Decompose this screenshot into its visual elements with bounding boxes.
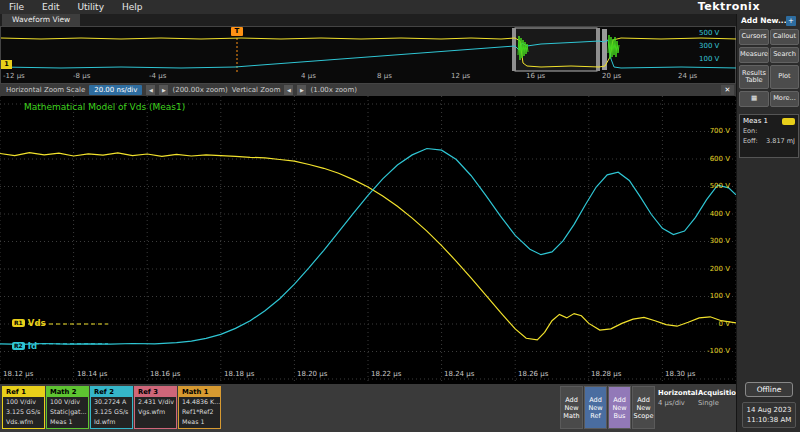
h-zoom-factor-label: (200.00x zoom) (172, 86, 227, 94)
volt-axis-label: 700 V (698, 127, 730, 135)
acquisition-panel[interactable]: Acquisition Single (698, 389, 741, 407)
math2-channel-badge[interactable]: Math 2 100 V/div Static|gat... Meas 1 (46, 386, 89, 429)
add-new-bus-button[interactable]: Add New Bus (608, 386, 631, 429)
zoom-toolbar: Horizontal Zoom Scale 20.00 ns/div ◀ ▶ (… (0, 84, 736, 96)
badge-line: Meas 1 (47, 417, 88, 427)
add-new-ref-button[interactable]: Add New Ref (584, 386, 607, 429)
math1-badge-title: Math 1 (179, 387, 220, 397)
time-axis-label: 18.22 µs (371, 370, 401, 378)
time-axis-label: 18.24 µs (444, 370, 474, 378)
channel-bar: Ref 1 100 V/div 3.125 GS/s Vds.wfm Math … (0, 384, 736, 432)
datetime-display: 14 Aug 2023 11:10:38 AM (742, 402, 796, 428)
id-trace-badge[interactable]: R2 Id (12, 341, 37, 351)
math1-channel-badge[interactable]: Math 1 14.4836 K... Ref1*Ref2 Meas 1 (178, 386, 221, 429)
badge-line: Meas 1 (179, 417, 220, 427)
cursors-button[interactable]: Cursors (739, 29, 769, 45)
overview-time-label: 24 µs (678, 72, 697, 80)
overview-time-label: -4 µs (149, 72, 166, 80)
callout-button[interactable]: Callout (770, 29, 799, 45)
menu-bar: File Edit Utility Help Tektronix (0, 0, 800, 14)
h-zoom-decrease-button[interactable]: ◀ (146, 85, 155, 95)
menu-edit[interactable]: Edit (33, 0, 68, 14)
math2-badge-title: Math 2 (47, 387, 88, 397)
overview-time-label: 20 µs (602, 72, 621, 80)
oscilloscope-app: File Edit Utility Help Tektronix Wavefor… (0, 0, 800, 432)
badge-line: Ref1*Ref2 (179, 407, 220, 417)
time-axis-label: 18.26 µs (518, 370, 548, 378)
eon-label: Eon: (743, 126, 757, 136)
eoff-value: 3.817 mJ (766, 136, 795, 146)
ref1-handle[interactable]: 1 (1, 60, 12, 69)
date-label: 14 Aug 2023 (743, 405, 795, 415)
badge-line: Vds.wfm (3, 417, 44, 427)
time-axis-label: 18.28 µs (591, 370, 621, 378)
offline-button[interactable]: Offline (745, 382, 793, 397)
badge-line: 3.125 GS/s (3, 407, 44, 417)
badge-line: 2.431 V/div (135, 397, 176, 407)
ref3-channel-badge[interactable]: Ref 3 2.431 V/div Vgs.wfm (134, 386, 177, 429)
measure-button[interactable]: Measure (739, 47, 769, 63)
h-zoom-increase-button[interactable]: ▶ (159, 85, 168, 95)
tab-bar: Waveform View (0, 14, 736, 26)
tab-waveform-view[interactable]: Waveform View (2, 14, 80, 26)
add-new-math-button[interactable]: Add New Math (560, 386, 583, 429)
waveform-plot[interactable]: Mathematical Model of Vds (Meas1) 700 V … (0, 96, 736, 384)
h-zoom-scale-label: Horizontal Zoom Scale (6, 86, 85, 94)
volt-axis-label: 100 V (698, 292, 730, 300)
overview-time-label: -8 µs (73, 72, 90, 80)
add-new-icon[interactable]: + (786, 16, 796, 26)
volt-axis-label: 400 V (698, 210, 730, 218)
v-zoom-increase-button[interactable]: ▶ (297, 85, 306, 95)
volt-axis-label: 500 V (698, 182, 730, 190)
acquisition-label: Acquisition (698, 389, 741, 397)
overview-time-label: 4 µs (301, 72, 316, 80)
id-trace-label: Id (28, 341, 37, 351)
add-new-scope-button[interactable]: Add New Scope (632, 386, 655, 429)
time-label: 11:10:38 AM (743, 415, 795, 425)
math-annotation: Mathematical Model of Vds (Meas1) (24, 102, 185, 112)
overview-volt-label: 300 V (699, 42, 719, 50)
overview-strip[interactable]: T 1 -12 µs -8 µs -4 µs 4 µs 8 µs 12 µs 1… (0, 26, 736, 84)
meas1-title: Meas 1 (743, 117, 768, 125)
v-zoom-decrease-button[interactable]: ◀ (284, 85, 293, 95)
tektronix-logo: Tektronix (698, 0, 760, 14)
ref3-badge-title: Ref 3 (135, 387, 176, 397)
overview-waveform-svg (1, 27, 737, 73)
volt-axis-label: -100 V (698, 347, 730, 355)
h-zoom-scale-value[interactable]: 20.00 ns/div (89, 85, 142, 95)
ref1-channel-badge[interactable]: Ref 1 100 V/div 3.125 GS/s Vds.wfm (2, 386, 45, 429)
trigger-marker[interactable]: T (231, 27, 243, 36)
horizontal-panel[interactable]: Horizontal 4 µs/div (658, 389, 698, 407)
vds-trace-label: Vds (28, 318, 46, 328)
grid-icon[interactable]: ▦ (739, 91, 769, 107)
meas1-result-panel[interactable]: Meas 1 Eon: Eoff: 3.817 mJ (739, 114, 799, 158)
menu-help[interactable]: Help (113, 0, 152, 14)
menu-utility[interactable]: Utility (69, 0, 113, 14)
plot-button[interactable]: Plot (770, 65, 799, 89)
horizontal-value: 4 µs/div (658, 399, 698, 407)
search-button[interactable]: Search (770, 47, 799, 63)
menu-file[interactable]: File (0, 0, 33, 14)
volt-axis-label: 300 V (698, 237, 730, 245)
badge-line: 14.4836 K... (179, 397, 220, 407)
more-button[interactable]: More... (770, 91, 799, 107)
time-axis-label: 18.20 µs (297, 370, 327, 378)
overview-time-label: 12 µs (451, 72, 470, 80)
time-axis-label: 18.18 µs (224, 370, 254, 378)
close-zoom-icon[interactable]: ✕ (721, 85, 734, 95)
add-new-heading: Add New... (741, 16, 787, 25)
ref1-badge-title: Ref 1 (3, 387, 44, 397)
ref1-pill: R1 (12, 319, 25, 327)
badge-line: Static|gat... (47, 407, 88, 417)
ref2-channel-badge[interactable]: Ref 2 30.2724 A 3.125 GS/s Id.wfm (90, 386, 133, 429)
results-table-button[interactable]: Results Table (739, 65, 769, 89)
eoff-label: Eoff: (743, 136, 758, 146)
horizontal-label: Horizontal (658, 389, 698, 397)
acquisition-value: Single (698, 399, 741, 407)
volt-axis-label: 0 V (698, 320, 730, 328)
right-sidebar: Add New... + Cursors Callout Measure Sea… (736, 14, 800, 432)
badge-line: 100 V/div (47, 397, 88, 407)
volt-axis-label: 200 V (698, 265, 730, 273)
overview-volt-label: 500 V (699, 29, 719, 37)
vds-trace-badge[interactable]: R1 Vds (12, 318, 46, 328)
